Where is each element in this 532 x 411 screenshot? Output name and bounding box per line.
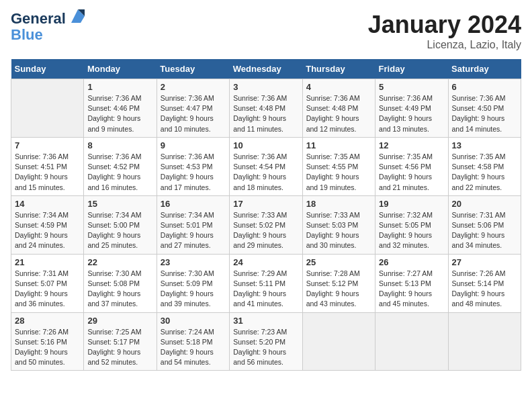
day-info: Sunrise: 7:24 AMSunset: 5:18 PMDaylight:… — [161, 327, 226, 368]
day-number: 14 — [15, 199, 80, 209]
calendar-cell: 23Sunrise: 7:30 AMSunset: 5:09 PMDayligh… — [157, 254, 229, 312]
weekday-header-friday: Friday — [375, 59, 448, 79]
day-info: Sunrise: 7:36 AMSunset: 4:49 PMDaylight:… — [379, 93, 444, 134]
logo: General Blue — [11, 11, 87, 43]
calendar-cell: 24Sunrise: 7:29 AMSunset: 5:11 PMDayligh… — [230, 254, 302, 312]
day-number: 28 — [15, 316, 80, 326]
day-info: Sunrise: 7:36 AMSunset: 4:50 PMDaylight:… — [452, 93, 517, 134]
weekday-header-monday: Monday — [84, 59, 157, 79]
day-number: 5 — [379, 82, 444, 92]
calendar-cell: 30Sunrise: 7:24 AMSunset: 5:18 PMDayligh… — [157, 312, 229, 371]
calendar-cell: 16Sunrise: 7:34 AMSunset: 5:01 PMDayligh… — [157, 195, 229, 254]
calendar-cell: 19Sunrise: 7:32 AMSunset: 5:05 PMDayligh… — [375, 195, 448, 254]
day-number: 7 — [15, 140, 80, 150]
calendar-cell: 3Sunrise: 7:36 AMSunset: 4:48 PMDaylight… — [230, 79, 302, 138]
calendar-cell: 25Sunrise: 7:28 AMSunset: 5:12 PMDayligh… — [302, 254, 375, 312]
day-info: Sunrise: 7:35 AMSunset: 4:55 PMDaylight:… — [306, 152, 371, 193]
day-info: Sunrise: 7:36 AMSunset: 4:52 PMDaylight:… — [87, 152, 152, 193]
day-number: 2 — [161, 82, 226, 92]
calendar-week-5: 28Sunrise: 7:26 AMSunset: 5:16 PMDayligh… — [11, 312, 521, 371]
day-number: 1 — [87, 82, 152, 92]
day-info: Sunrise: 7:26 AMSunset: 5:16 PMDaylight:… — [15, 327, 80, 368]
calendar-cell: 31Sunrise: 7:23 AMSunset: 5:20 PMDayligh… — [230, 312, 302, 371]
calendar-cell: 1Sunrise: 7:36 AMSunset: 4:46 PMDaylight… — [84, 79, 157, 138]
calendar-cell: 22Sunrise: 7:30 AMSunset: 5:08 PMDayligh… — [84, 254, 157, 312]
day-info: Sunrise: 7:34 AMSunset: 5:00 PMDaylight:… — [87, 210, 152, 251]
calendar-week-1: 1Sunrise: 7:36 AMSunset: 4:46 PMDaylight… — [11, 79, 521, 138]
day-info: Sunrise: 7:26 AMSunset: 5:14 PMDaylight:… — [452, 269, 517, 310]
day-info: Sunrise: 7:36 AMSunset: 4:46 PMDaylight:… — [87, 93, 152, 134]
calendar-cell: 9Sunrise: 7:36 AMSunset: 4:53 PMDaylight… — [157, 137, 229, 195]
day-number: 9 — [161, 140, 226, 150]
day-info: Sunrise: 7:30 AMSunset: 5:08 PMDaylight:… — [87, 269, 152, 310]
day-info: Sunrise: 7:33 AMSunset: 5:02 PMDaylight:… — [233, 210, 298, 251]
calendar-cell: 12Sunrise: 7:35 AMSunset: 4:56 PMDayligh… — [375, 137, 448, 195]
calendar-cell: 14Sunrise: 7:34 AMSunset: 4:59 PMDayligh… — [11, 195, 84, 254]
calendar-title: January 2024 — [368, 11, 521, 39]
day-info: Sunrise: 7:36 AMSunset: 4:48 PMDaylight:… — [306, 93, 371, 134]
day-info: Sunrise: 7:34 AMSunset: 5:01 PMDaylight:… — [161, 210, 226, 251]
day-number: 22 — [87, 257, 152, 267]
day-number: 25 — [306, 257, 371, 267]
day-number: 17 — [233, 199, 298, 209]
logo-text: General — [11, 11, 66, 27]
calendar-cell: 26Sunrise: 7:27 AMSunset: 5:13 PMDayligh… — [375, 254, 448, 312]
day-number: 8 — [87, 140, 152, 150]
day-info: Sunrise: 7:36 AMSunset: 4:48 PMDaylight:… — [233, 93, 298, 134]
logo-blue-text: Blue — [11, 27, 43, 43]
calendar-cell: 27Sunrise: 7:26 AMSunset: 5:14 PMDayligh… — [448, 254, 521, 312]
day-info: Sunrise: 7:36 AMSunset: 4:51 PMDaylight:… — [15, 152, 80, 193]
day-info: Sunrise: 7:31 AMSunset: 5:07 PMDaylight:… — [15, 269, 80, 310]
calendar-cell: 17Sunrise: 7:33 AMSunset: 5:02 PMDayligh… — [230, 195, 302, 254]
calendar-week-2: 7Sunrise: 7:36 AMSunset: 4:51 PMDaylight… — [11, 137, 521, 195]
calendar-table: SundayMondayTuesdayWednesdayThursdayFrid… — [11, 59, 521, 371]
day-number: 24 — [233, 257, 298, 267]
day-number: 27 — [452, 257, 517, 267]
calendar-cell: 2Sunrise: 7:36 AMSunset: 4:47 PMDaylight… — [157, 79, 229, 138]
day-info: Sunrise: 7:25 AMSunset: 5:17 PMDaylight:… — [87, 327, 152, 368]
day-number: 13 — [452, 140, 517, 150]
day-number: 31 — [233, 316, 298, 326]
day-number: 29 — [87, 316, 152, 326]
calendar-cell: 6Sunrise: 7:36 AMSunset: 4:50 PMDaylight… — [448, 79, 521, 138]
calendar-cell: 11Sunrise: 7:35 AMSunset: 4:55 PMDayligh… — [302, 137, 375, 195]
day-info: Sunrise: 7:23 AMSunset: 5:20 PMDaylight:… — [233, 327, 298, 368]
calendar-cell: 4Sunrise: 7:36 AMSunset: 4:48 PMDaylight… — [302, 79, 375, 138]
day-info: Sunrise: 7:33 AMSunset: 5:03 PMDaylight:… — [306, 210, 371, 251]
page-header: General Blue January 2024 Licenza, Lazio… — [11, 11, 521, 51]
day-info: Sunrise: 7:27 AMSunset: 5:13 PMDaylight:… — [379, 269, 444, 310]
day-info: Sunrise: 7:36 AMSunset: 4:53 PMDaylight:… — [161, 152, 226, 193]
day-number: 18 — [306, 199, 371, 209]
weekday-header-thursday: Thursday — [302, 59, 375, 79]
calendar-cell: 15Sunrise: 7:34 AMSunset: 5:00 PMDayligh… — [84, 195, 157, 254]
day-number: 3 — [233, 82, 298, 92]
day-number: 21 — [15, 257, 80, 267]
calendar-cell: 13Sunrise: 7:35 AMSunset: 4:58 PMDayligh… — [448, 137, 521, 195]
calendar-cell — [448, 312, 521, 371]
weekday-header-tuesday: Tuesday — [157, 59, 229, 79]
calendar-cell: 5Sunrise: 7:36 AMSunset: 4:49 PMDaylight… — [375, 79, 448, 138]
day-info: Sunrise: 7:35 AMSunset: 4:58 PMDaylight:… — [452, 152, 517, 193]
calendar-cell — [11, 79, 84, 138]
calendar-subtitle: Licenza, Lazio, Italy — [368, 39, 521, 51]
weekday-header-saturday: Saturday — [448, 59, 521, 79]
day-info: Sunrise: 7:29 AMSunset: 5:11 PMDaylight:… — [233, 269, 298, 310]
calendar-cell: 21Sunrise: 7:31 AMSunset: 5:07 PMDayligh… — [11, 254, 84, 312]
day-number: 10 — [233, 140, 298, 150]
weekday-header-wednesday: Wednesday — [230, 59, 302, 79]
day-info: Sunrise: 7:34 AMSunset: 4:59 PMDaylight:… — [15, 210, 80, 251]
day-number: 20 — [452, 199, 517, 209]
day-number: 23 — [161, 257, 226, 267]
calendar-cell: 29Sunrise: 7:25 AMSunset: 5:17 PMDayligh… — [84, 312, 157, 371]
day-number: 6 — [452, 82, 517, 92]
day-number: 26 — [379, 257, 444, 267]
day-info: Sunrise: 7:36 AMSunset: 4:54 PMDaylight:… — [233, 152, 298, 193]
calendar-cell: 20Sunrise: 7:31 AMSunset: 5:06 PMDayligh… — [448, 195, 521, 254]
day-number: 12 — [379, 140, 444, 150]
calendar-cell: 7Sunrise: 7:36 AMSunset: 4:51 PMDaylight… — [11, 137, 84, 195]
weekday-header-sunday: Sunday — [11, 59, 84, 79]
day-info: Sunrise: 7:31 AMSunset: 5:06 PMDaylight:… — [452, 210, 517, 251]
day-info: Sunrise: 7:32 AMSunset: 5:05 PMDaylight:… — [379, 210, 444, 251]
day-number: 4 — [306, 82, 371, 92]
day-number: 19 — [379, 199, 444, 209]
